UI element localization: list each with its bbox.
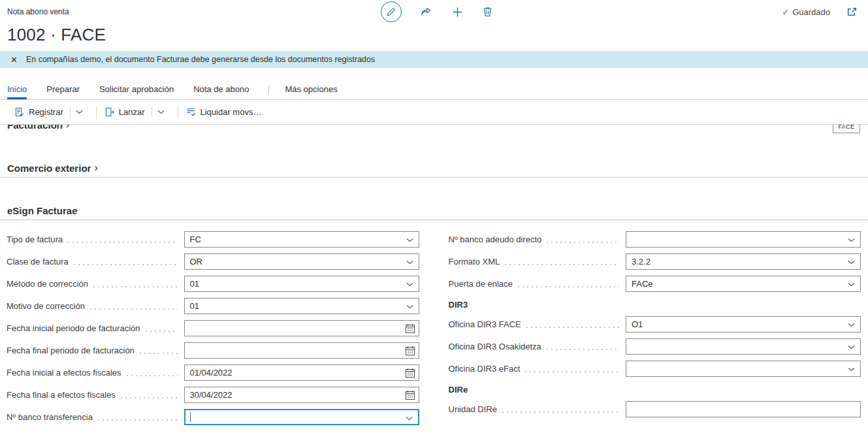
dotted-leader xyxy=(74,264,178,265)
action-menu: Inicio Preparar Solicitar aprobación Not… xyxy=(0,82,868,100)
registrar-button[interactable]: Registrar xyxy=(14,107,63,117)
chevron-down-icon[interactable] xyxy=(406,260,413,265)
liquidar-movs-button[interactable]: Liquidar movs… xyxy=(186,107,262,117)
lanzar-label: Lanzar xyxy=(119,107,145,117)
esign-facturae-header[interactable]: eSign Facturae xyxy=(7,205,868,216)
dotted-leader xyxy=(505,264,619,265)
edit-button[interactable] xyxy=(381,1,402,22)
dotted-leader xyxy=(93,286,177,287)
new-record-button[interactable] xyxy=(451,5,464,19)
record-toolbar xyxy=(381,1,494,22)
field-label: Fecha final periodo de facturación xyxy=(7,346,135,355)
field-label: Tipo de factura xyxy=(7,235,63,244)
calendar-icon[interactable] xyxy=(405,346,415,356)
tab-preparar[interactable]: Preparar xyxy=(46,84,80,99)
tab-nota-de-abono[interactable]: Nota de abono xyxy=(193,84,249,99)
field-value: O1 xyxy=(632,319,643,329)
field-value: OR xyxy=(190,257,203,267)
fecha-final-periodo-facturacion-input[interactable] xyxy=(184,342,419,359)
text-caret xyxy=(190,412,191,422)
field-value: FC xyxy=(190,235,201,244)
open-in-new-window-button[interactable] xyxy=(845,5,859,19)
field-row: Fecha final a efectos fiscales 30/04/202… xyxy=(7,387,419,403)
face-badge[interactable]: FACE xyxy=(833,125,860,133)
oficina-dir3-osakidetza-input[interactable] xyxy=(626,338,861,355)
dotted-leader xyxy=(90,308,178,310)
comercio-exterior-section: Comercio exterior › xyxy=(0,162,868,178)
chevron-down-icon[interactable] xyxy=(848,282,855,287)
dotted-leader xyxy=(146,331,178,332)
group-label-dire: DIRe xyxy=(449,385,468,395)
dotted-leader xyxy=(502,412,619,413)
dismiss-notification-button[interactable]: ✕ xyxy=(10,56,18,64)
notification-message: En compañías demo, el documento Facturae… xyxy=(26,55,375,64)
lanzar-button[interactable]: Lanzar xyxy=(104,107,145,117)
num-banco-transferencia-input[interactable] xyxy=(184,409,419,425)
chevron-down-icon[interactable] xyxy=(848,345,855,349)
clase-de-factura-input[interactable]: OR xyxy=(184,253,419,270)
field-row: Método de corrección 01 xyxy=(7,276,419,292)
chevron-down-icon[interactable] xyxy=(848,367,855,372)
field-value: 01 xyxy=(190,279,199,289)
fecha-inicial-efectos-fiscales-input[interactable]: 01/04/2022 xyxy=(184,364,419,381)
calendar-icon[interactable] xyxy=(405,368,415,378)
field-group: DIRe xyxy=(449,383,861,396)
chevron-down-icon xyxy=(157,110,165,114)
oficina-dir3-face-input[interactable]: O1 xyxy=(626,316,861,332)
chevron-down-icon[interactable] xyxy=(406,304,413,309)
chevron-down-icon xyxy=(76,110,83,114)
chevron-down-icon[interactable] xyxy=(848,260,855,265)
unidad-dire-input[interactable] xyxy=(626,401,861,417)
share-icon xyxy=(420,7,432,17)
motivo-de-correccion-input[interactable]: 01 xyxy=(184,298,419,314)
field-row: Clase de factura OR xyxy=(7,253,419,270)
calendar-icon[interactable] xyxy=(405,323,415,334)
field-row: Fecha inicial a efectos fiscales 01/04/2… xyxy=(7,364,419,381)
field-label: Oficina DIR3 Osakidetza xyxy=(449,342,541,351)
tab-mas-opciones[interactable]: Más opciones xyxy=(285,84,337,99)
section-chevron-icon: › xyxy=(66,125,69,131)
field-label: Método de corrección xyxy=(7,279,88,289)
command-divider xyxy=(178,106,178,119)
form-column-left: Tipo de factura FC Clase de factura OR M… xyxy=(7,231,419,431)
registrar-dropdown-button[interactable] xyxy=(71,108,88,116)
chevron-down-icon[interactable] xyxy=(406,238,413,242)
fecha-final-efectos-fiscales-input[interactable]: 30/04/2022 xyxy=(184,387,419,403)
field-label: Formato XML xyxy=(449,257,500,267)
chevron-down-icon[interactable] xyxy=(406,282,413,287)
lanzar-dropdown-button[interactable] xyxy=(152,108,170,116)
esign-form: Tipo de factura FC Clase de factura OR M… xyxy=(0,231,868,431)
share-button[interactable] xyxy=(419,5,434,18)
num-banco-adeudo-directo-input[interactable] xyxy=(626,231,861,248)
comercio-exterior-title: Comercio exterior xyxy=(7,163,91,174)
dotted-leader xyxy=(525,371,619,372)
esign-facturae-section: eSign Facturae xyxy=(0,205,868,220)
open-window-icon xyxy=(846,7,858,18)
chevron-down-icon[interactable] xyxy=(848,323,855,327)
field-label: Puerta de enlace xyxy=(449,279,513,289)
field-row: Oficina DIR3 FACE O1 xyxy=(449,316,861,332)
comercio-exterior-header[interactable]: Comercio exterior › xyxy=(7,162,868,174)
dotted-leader xyxy=(98,419,178,421)
metodo-de-correccion-input[interactable]: 01 xyxy=(184,276,419,292)
field-row: Fecha final periodo de facturación xyxy=(7,342,419,359)
field-label: Fecha final a efectos fiscales xyxy=(7,390,116,400)
page-caption: Nota abono venta xyxy=(7,7,69,16)
tab-inicio[interactable]: Inicio xyxy=(7,84,27,99)
tab-solicitar-aprobacion[interactable]: Solicitar aprobación xyxy=(99,84,174,99)
facturacion-section-header[interactable]: Facturación › xyxy=(7,125,868,131)
field-label: Fecha inicial periodo de facturación xyxy=(7,323,140,333)
fecha-inicial-periodo-facturacion-input[interactable] xyxy=(184,320,419,336)
delete-button[interactable] xyxy=(481,5,494,18)
tipo-de-factura-input[interactable]: FC xyxy=(184,231,419,248)
formato-xml-input[interactable]: 3.2.2 xyxy=(626,253,861,270)
dotted-leader xyxy=(127,375,178,376)
puerta-de-enlace-input[interactable]: FACe xyxy=(626,276,861,292)
field-value: FACe xyxy=(632,279,653,289)
chevron-down-icon[interactable] xyxy=(848,238,855,242)
calendar-icon[interactable] xyxy=(405,390,415,400)
pencil-icon xyxy=(386,7,396,17)
group-label-dir3: DIR3 xyxy=(449,300,468,310)
oficina-dir3-efact-input[interactable] xyxy=(626,361,861,377)
chevron-down-icon[interactable] xyxy=(406,416,413,421)
